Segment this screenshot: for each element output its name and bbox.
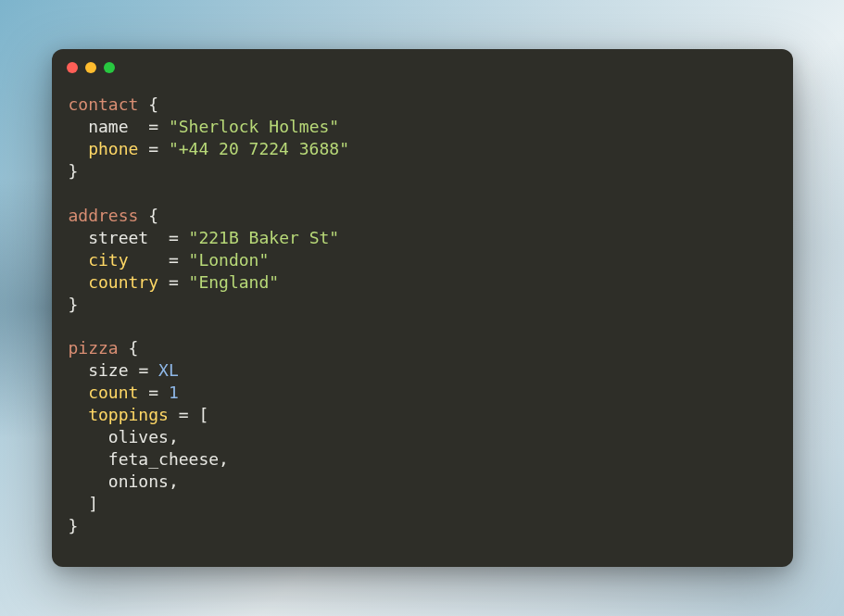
brace-open: { xyxy=(148,206,158,225)
block-keyword-contact: contact xyxy=(69,94,139,114)
equals: = xyxy=(148,117,158,136)
equals: = xyxy=(138,360,148,380)
brace-open: { xyxy=(148,94,158,114)
brace-close: } xyxy=(69,516,79,535)
prop-street: street xyxy=(88,228,148,247)
comma: , xyxy=(219,449,229,469)
equals: = xyxy=(169,228,179,247)
comma: , xyxy=(169,471,179,491)
bracket-close: ] xyxy=(88,494,98,513)
close-icon[interactable] xyxy=(67,62,78,73)
brace-close: } xyxy=(69,161,79,181)
prop-size: size xyxy=(88,360,128,380)
list-item: olives xyxy=(108,427,169,446)
list-item: onions xyxy=(108,471,169,491)
equals: = xyxy=(179,405,189,424)
code-content: contact { name = "Sherlock Holmes" phone… xyxy=(52,86,793,541)
prop-country: country xyxy=(88,272,158,292)
prop-city: city xyxy=(88,250,128,270)
terminal-window: contact { name = "Sherlock Holmes" phone… xyxy=(52,49,793,567)
brace-open: { xyxy=(129,338,139,358)
block-keyword-address: address xyxy=(69,206,139,225)
equals: = xyxy=(148,383,158,402)
number-value: 1 xyxy=(169,383,179,402)
prop-count: count xyxy=(88,383,138,402)
prop-name: name xyxy=(88,117,128,136)
bracket-open: [ xyxy=(198,405,208,424)
prop-phone: phone xyxy=(88,139,138,158)
comma: , xyxy=(169,427,179,446)
prop-toppings: toppings xyxy=(88,405,169,424)
string-value: "+44 20 7224 3688" xyxy=(169,139,349,158)
minimize-icon[interactable] xyxy=(85,62,96,73)
window-titlebar xyxy=(52,49,793,86)
string-value: "Sherlock Holmes" xyxy=(169,117,339,136)
equals: = xyxy=(148,139,158,158)
list-item: feta_cheese xyxy=(108,449,219,469)
block-keyword-pizza: pizza xyxy=(69,338,119,358)
equals: = xyxy=(169,250,179,270)
enum-value: XL xyxy=(158,360,179,380)
brace-close: } xyxy=(69,295,79,314)
maximize-icon[interactable] xyxy=(104,62,115,73)
string-value: "England" xyxy=(189,272,280,292)
string-value: "221B Baker St" xyxy=(189,228,340,247)
string-value: "London" xyxy=(189,250,270,270)
equals: = xyxy=(169,272,179,292)
